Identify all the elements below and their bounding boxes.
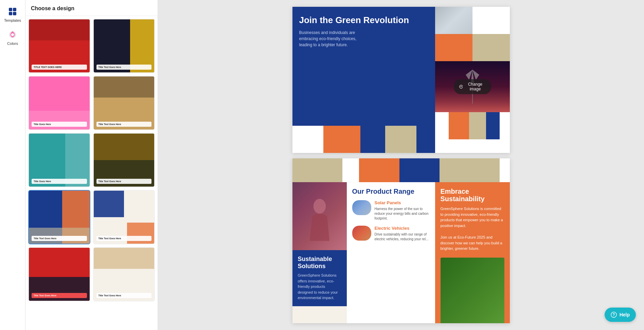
page2-content: Sustainable Solutions GreenSphere Soluti… (292, 182, 510, 323)
sidebar-item-colors[interactable]: Colors (2, 27, 24, 48)
color-block-white (292, 126, 323, 153)
canvas-area[interactable]: Join the Green Revolution Businesses and… (158, 0, 644, 330)
embrace-panel: Embrace Sustainability GreenSphere Solut… (435, 182, 510, 323)
svg-point-10 (459, 85, 462, 88)
change-image-label: Change image (465, 82, 485, 91)
template-grid: TITLE TEXT GOES HERE Title Text Goes Her… (28, 19, 155, 301)
p2-blue (399, 158, 440, 182)
product-ev: Electric Vehicles Drive sustainably with… (352, 226, 430, 242)
svg-point-5 (11, 33, 14, 36)
solar-desc: Harness the power of the sun to reduce y… (375, 207, 430, 221)
svg-point-13 (613, 316, 614, 316)
page2-top-blocks (292, 158, 510, 182)
svg-rect-0 (9, 8, 12, 11)
ev-desc: Drive sustainably with our range of elec… (375, 232, 430, 242)
bottom-white (435, 112, 449, 139)
p2-white1 (342, 158, 359, 182)
bottom-blue (486, 112, 500, 139)
sustainable-title: Sustainable Solutions (298, 256, 341, 270)
bottom-white2 (500, 112, 510, 139)
ev-label: Electric Vehicles (375, 226, 430, 231)
template-card-9[interactable]: Title Text Goes Here (28, 247, 90, 301)
template-card-10[interactable]: Title Text Goes Here (93, 247, 155, 301)
palette-icon (7, 29, 18, 40)
sidebar-item-templates[interactable]: Templates (2, 3, 24, 25)
tan-block (472, 34, 510, 61)
template-grid-container[interactable]: TITLE TEXT GOES HERE Title Text Goes Her… (25, 16, 158, 330)
template-card-5[interactable]: Title Goes Here (28, 133, 90, 187)
templates-icon (7, 6, 18, 17)
sidebar-colors-label: Colors (7, 41, 18, 46)
template-card-2[interactable]: Title Text Goes Here (93, 19, 155, 73)
template-panel: Choose a design TITLE TEXT GOES HERE Tit… (25, 0, 158, 330)
left-sidebar: Templates Colors (0, 0, 25, 330)
page1-heading: Join the Green Revolution (299, 15, 428, 25)
color-block-orange (323, 126, 361, 153)
windmill-image[interactable]: Change image (435, 61, 510, 112)
hand-image (435, 7, 472, 34)
embrace-title: Embrace Sustainability (441, 188, 504, 203)
template-card-1[interactable]: TITLE TEXT GOES HERE (28, 19, 90, 73)
page1-subtext: Businesses and individuals are embracing… (299, 30, 367, 48)
p2-tan1 (292, 158, 343, 182)
svg-rect-2 (9, 12, 12, 15)
orange-block (435, 34, 472, 61)
product-solar: Solar Panels Harness the power of the su… (352, 200, 430, 221)
page2-left: Sustainable Solutions GreenSphere Soluti… (292, 182, 347, 323)
svg-point-11 (313, 199, 325, 214)
p2-white2 (500, 158, 510, 182)
page1-color-blocks (292, 126, 435, 153)
green-nature-image (441, 258, 504, 323)
page1-left-panel: Join the Green Revolution Businesses and… (292, 7, 435, 153)
template-card-6[interactable]: Title Text Goes Here (93, 133, 155, 187)
product-range-title: Our Product Range (352, 188, 430, 195)
sustainable-text: GreenSphere Solutions offers innovative,… (298, 273, 341, 301)
bottom-orange (449, 112, 469, 139)
page1-right-panel: Change image (435, 7, 510, 153)
color-block-blue2 (416, 126, 435, 153)
white-block (472, 7, 510, 34)
color-block-tan (385, 126, 416, 153)
template-card-8[interactable]: Title Text Goes Here (93, 190, 155, 244)
page1-bottom-blocks (435, 112, 510, 139)
solar-image (352, 200, 371, 215)
sidebar-templates-label: Templates (4, 18, 21, 22)
embrace-text2: Join us at Eco-Future 2025 and discover … (441, 235, 504, 251)
ev-image (352, 226, 371, 241)
svg-rect-1 (13, 8, 16, 11)
svg-rect-3 (13, 12, 16, 15)
help-button[interactable]: Help (605, 308, 636, 322)
page2-products: Our Product Range Solar Panels Harness t… (347, 182, 435, 323)
embrace-text: GreenSphere Solutions is committed to pr… (441, 206, 504, 228)
woman-image (292, 182, 347, 250)
template-card-7[interactable]: Title Text Goes Here (28, 190, 90, 244)
solar-label: Solar Panels (375, 200, 430, 205)
change-image-btn[interactable]: Change image (454, 79, 491, 94)
p2-tan2 (440, 158, 500, 182)
design-page-2: Sustainable Solutions GreenSphere Soluti… (292, 158, 510, 323)
page1-image-grid (435, 7, 510, 61)
sustainable-section: Sustainable Solutions GreenSphere Soluti… (292, 250, 347, 306)
template-panel-title: Choose a design (25, 0, 158, 16)
template-card-3[interactable]: Title Goes Here (28, 76, 90, 130)
help-label: Help (620, 312, 630, 317)
p2-orange (359, 158, 399, 182)
bottom-tan (469, 112, 486, 139)
template-card-4[interactable]: Title Text Goes Here (93, 76, 155, 130)
design-page-1: Join the Green Revolution Businesses and… (292, 7, 510, 153)
color-block-blue (360, 126, 385, 153)
